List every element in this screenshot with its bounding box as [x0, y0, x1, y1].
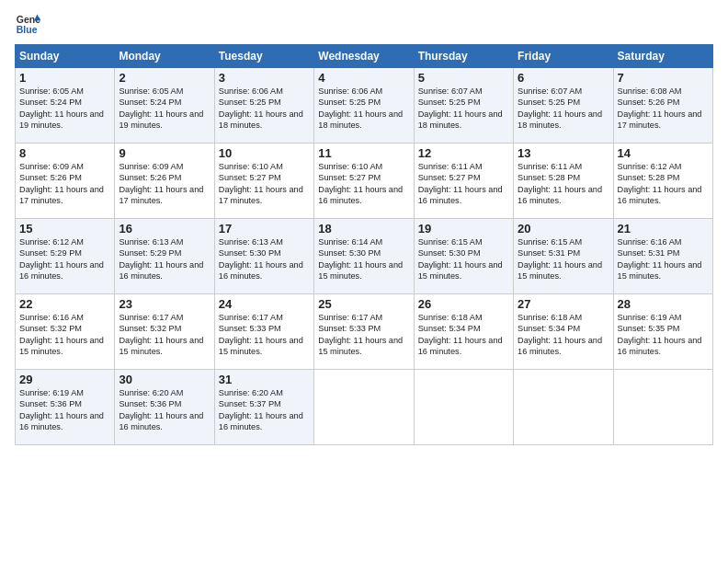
- day-number: 17: [219, 222, 310, 236]
- cell-info: Sunrise: 6:15 AMSunset: 5:31 PMDaylight:…: [518, 237, 602, 281]
- logo-icon: General Blue: [15, 11, 40, 37]
- calendar-cell: 12Sunrise: 6:11 AMSunset: 5:27 PMDayligh…: [414, 144, 513, 219]
- calendar-cell: 15Sunrise: 6:12 AMSunset: 5:29 PMDayligh…: [16, 219, 115, 294]
- weekday-header: Saturday: [613, 45, 712, 68]
- weekday-header: Thursday: [414, 45, 513, 68]
- cell-info: Sunrise: 6:19 AMSunset: 5:36 PMDaylight:…: [19, 388, 104, 431]
- calendar-cell: 2Sunrise: 6:05 AMSunset: 5:24 PMDaylight…: [115, 68, 214, 144]
- calendar-cell: 24Sunrise: 6:17 AMSunset: 5:33 PMDayligh…: [214, 294, 313, 370]
- calendar-cell: 5Sunrise: 6:07 AMSunset: 5:25 PMDaylight…: [414, 68, 513, 144]
- day-number: 31: [219, 373, 310, 386]
- calendar-cell: 16Sunrise: 6:13 AMSunset: 5:29 PMDayligh…: [115, 219, 214, 294]
- weekday-header: Sunday: [16, 45, 115, 68]
- day-number: 9: [119, 146, 210, 160]
- day-number: 8: [19, 146, 110, 160]
- weekday-header: Monday: [115, 45, 214, 68]
- calendar-cell: [514, 370, 613, 445]
- cell-info: Sunrise: 6:08 AMSunset: 5:26 PMDaylight:…: [618, 86, 702, 130]
- calendar-cell: 3Sunrise: 6:06 AMSunset: 5:25 PMDaylight…: [214, 68, 313, 144]
- day-number: 18: [318, 222, 409, 236]
- weekday-header: Friday: [514, 45, 613, 68]
- svg-text:Blue: Blue: [17, 24, 38, 35]
- cell-info: Sunrise: 6:05 AMSunset: 5:24 PMDaylight:…: [119, 86, 203, 130]
- calendar-cell: 19Sunrise: 6:15 AMSunset: 5:30 PMDayligh…: [414, 219, 513, 294]
- day-number: 30: [119, 373, 210, 386]
- calendar-cell: 7Sunrise: 6:08 AMSunset: 5:26 PMDaylight…: [613, 68, 712, 144]
- weekday-header: Wednesday: [314, 45, 414, 68]
- calendar-cell: 18Sunrise: 6:14 AMSunset: 5:30 PMDayligh…: [314, 219, 414, 294]
- cell-info: Sunrise: 6:20 AMSunset: 5:36 PMDaylight:…: [119, 388, 203, 431]
- day-number: 19: [418, 222, 509, 236]
- day-number: 29: [19, 373, 110, 386]
- cell-info: Sunrise: 6:17 AMSunset: 5:32 PMDaylight:…: [119, 313, 203, 356]
- calendar-cell: 8Sunrise: 6:09 AMSunset: 5:26 PMDaylight…: [16, 144, 115, 219]
- day-number: 25: [318, 297, 409, 311]
- cell-info: Sunrise: 6:16 AMSunset: 5:32 PMDaylight:…: [19, 313, 104, 356]
- cell-info: Sunrise: 6:05 AMSunset: 5:24 PMDaylight:…: [19, 86, 104, 130]
- cell-info: Sunrise: 6:12 AMSunset: 5:28 PMDaylight:…: [618, 162, 702, 205]
- calendar-cell: 29Sunrise: 6:19 AMSunset: 5:36 PMDayligh…: [16, 370, 115, 445]
- calendar-cell: 10Sunrise: 6:10 AMSunset: 5:27 PMDayligh…: [214, 144, 313, 219]
- cell-info: Sunrise: 6:13 AMSunset: 5:30 PMDaylight:…: [219, 237, 303, 281]
- cell-info: Sunrise: 6:09 AMSunset: 5:26 PMDaylight:…: [119, 162, 203, 205]
- day-number: 2: [119, 71, 210, 85]
- calendar-cell: 30Sunrise: 6:20 AMSunset: 5:36 PMDayligh…: [115, 370, 214, 445]
- day-number: 5: [418, 71, 509, 85]
- cell-info: Sunrise: 6:10 AMSunset: 5:27 PMDaylight:…: [219, 162, 303, 205]
- calendar-week-row: 15Sunrise: 6:12 AMSunset: 5:29 PMDayligh…: [16, 219, 713, 294]
- calendar-cell: 6Sunrise: 6:07 AMSunset: 5:25 PMDaylight…: [514, 68, 613, 144]
- day-number: 16: [119, 222, 210, 236]
- calendar-cell: 13Sunrise: 6:11 AMSunset: 5:28 PMDayligh…: [514, 144, 613, 219]
- day-number: 26: [418, 297, 509, 311]
- calendar-cell: 11Sunrise: 6:10 AMSunset: 5:27 PMDayligh…: [314, 144, 414, 219]
- cell-info: Sunrise: 6:20 AMSunset: 5:37 PMDaylight:…: [219, 388, 303, 431]
- cell-info: Sunrise: 6:09 AMSunset: 5:26 PMDaylight:…: [19, 162, 104, 205]
- calendar-cell: 9Sunrise: 6:09 AMSunset: 5:26 PMDaylight…: [115, 144, 214, 219]
- day-number: 28: [618, 297, 709, 311]
- calendar-cell: [314, 370, 414, 445]
- calendar-cell: 1Sunrise: 6:05 AMSunset: 5:24 PMDaylight…: [16, 68, 115, 144]
- weekday-header-row: SundayMondayTuesdayWednesdayThursdayFrid…: [16, 45, 713, 68]
- day-number: 15: [19, 222, 110, 236]
- day-number: 21: [618, 222, 709, 236]
- cell-info: Sunrise: 6:17 AMSunset: 5:33 PMDaylight:…: [318, 313, 403, 356]
- cell-info: Sunrise: 6:11 AMSunset: 5:28 PMDaylight:…: [518, 162, 602, 205]
- cell-info: Sunrise: 6:07 AMSunset: 5:25 PMDaylight:…: [418, 86, 503, 130]
- day-number: 10: [219, 146, 310, 160]
- day-number: 22: [19, 297, 110, 311]
- day-number: 1: [19, 71, 110, 85]
- calendar-cell: 21Sunrise: 6:16 AMSunset: 5:31 PMDayligh…: [613, 219, 712, 294]
- cell-info: Sunrise: 6:18 AMSunset: 5:34 PMDaylight:…: [518, 313, 602, 356]
- calendar-cell: [414, 370, 513, 445]
- calendar-cell: 23Sunrise: 6:17 AMSunset: 5:32 PMDayligh…: [115, 294, 214, 370]
- cell-info: Sunrise: 6:06 AMSunset: 5:25 PMDaylight:…: [318, 86, 403, 130]
- cell-info: Sunrise: 6:16 AMSunset: 5:31 PMDaylight:…: [618, 237, 702, 281]
- day-number: 27: [518, 297, 609, 311]
- calendar-cell: 26Sunrise: 6:18 AMSunset: 5:34 PMDayligh…: [414, 294, 513, 370]
- calendar-table: SundayMondayTuesdayWednesdayThursdayFrid…: [15, 44, 713, 445]
- calendar-week-row: 1Sunrise: 6:05 AMSunset: 5:24 PMDaylight…: [16, 68, 713, 144]
- day-number: 3: [219, 71, 310, 85]
- cell-info: Sunrise: 6:17 AMSunset: 5:33 PMDaylight:…: [219, 313, 303, 356]
- header: General Blue: [15, 11, 713, 37]
- day-number: 20: [518, 222, 609, 236]
- calendar-cell: 31Sunrise: 6:20 AMSunset: 5:37 PMDayligh…: [214, 370, 313, 445]
- day-number: 7: [618, 71, 709, 85]
- calendar-cell: 27Sunrise: 6:18 AMSunset: 5:34 PMDayligh…: [514, 294, 613, 370]
- logo: General Blue: [15, 11, 40, 37]
- day-number: 4: [318, 71, 409, 85]
- day-number: 12: [418, 146, 509, 160]
- calendar-cell: 28Sunrise: 6:19 AMSunset: 5:35 PMDayligh…: [613, 294, 712, 370]
- calendar-cell: 25Sunrise: 6:17 AMSunset: 5:33 PMDayligh…: [314, 294, 414, 370]
- cell-info: Sunrise: 6:11 AMSunset: 5:27 PMDaylight:…: [418, 162, 503, 205]
- day-number: 6: [518, 71, 609, 85]
- calendar-cell: [613, 370, 712, 445]
- calendar-week-row: 29Sunrise: 6:19 AMSunset: 5:36 PMDayligh…: [16, 370, 713, 445]
- cell-info: Sunrise: 6:12 AMSunset: 5:29 PMDaylight:…: [19, 237, 104, 281]
- day-number: 13: [518, 146, 609, 160]
- cell-info: Sunrise: 6:19 AMSunset: 5:35 PMDaylight:…: [618, 313, 702, 356]
- cell-info: Sunrise: 6:15 AMSunset: 5:30 PMDaylight:…: [418, 237, 503, 281]
- calendar-cell: 22Sunrise: 6:16 AMSunset: 5:32 PMDayligh…: [16, 294, 115, 370]
- cell-info: Sunrise: 6:13 AMSunset: 5:29 PMDaylight:…: [119, 237, 203, 281]
- calendar-cell: 17Sunrise: 6:13 AMSunset: 5:30 PMDayligh…: [214, 219, 313, 294]
